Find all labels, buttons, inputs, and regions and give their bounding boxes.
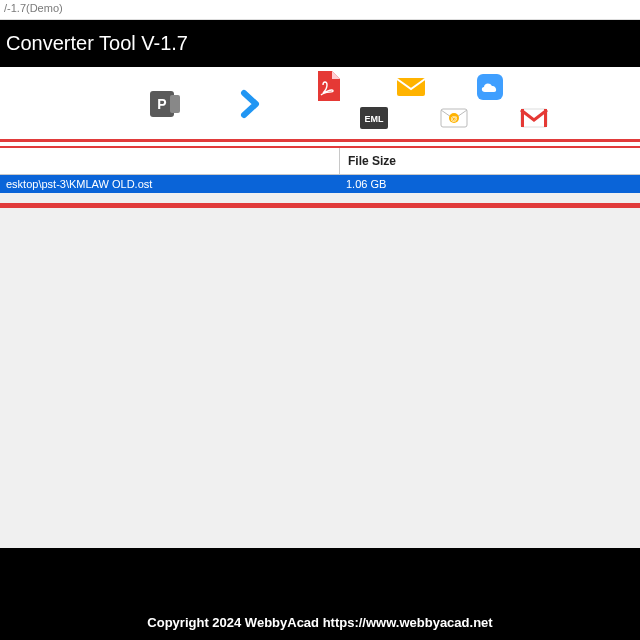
svg-rect-11 — [521, 109, 524, 127]
icloud-icon — [476, 73, 504, 101]
main-window: Converter Tool V-1.7 P — [0, 22, 640, 548]
yellow-envelope-icon: @ — [440, 107, 468, 129]
gmail-icon — [520, 107, 548, 129]
eml-icon: EML — [360, 107, 388, 129]
table-empty-area — [0, 208, 640, 548]
window-title-text: /-1.7(Demo) — [4, 2, 63, 14]
svg-text:P: P — [157, 96, 166, 112]
cell-file-path: esktop\pst-3\KMLAW OLD.ost — [0, 175, 340, 193]
svg-rect-12 — [544, 109, 547, 127]
table-header-row: File Size — [0, 148, 640, 175]
col-header-file-size[interactable]: File Size — [340, 148, 640, 174]
file-table: File Size esktop\pst-3\KMLAW OLD.ost 1.0… — [0, 148, 640, 548]
svg-rect-2 — [170, 95, 180, 113]
pst-icon: P — [148, 89, 182, 119]
svg-text:@: @ — [450, 115, 457, 122]
svg-rect-3 — [397, 78, 425, 96]
svg-text:EML: EML — [365, 114, 385, 124]
footer-copyright: Copyright 2024 WebbyAcad https://www.web… — [147, 615, 492, 630]
app-root: /-1.7(Demo) Converter Tool V-1.7 P — [0, 0, 640, 640]
col-header-path[interactable] — [0, 148, 340, 174]
cell-file-size: 1.06 GB — [340, 175, 640, 193]
conversion-banner: P — [0, 67, 640, 142]
app-header: Converter Tool V-1.7 — [0, 22, 640, 67]
mail-envelope-icon — [396, 75, 426, 97]
window-title-bar: /-1.7(Demo) — [0, 0, 640, 20]
pdf-icon — [316, 71, 340, 101]
app-title: Converter Tool V-1.7 — [6, 32, 188, 54]
arrow-right-icon — [236, 89, 266, 119]
footer-bar: Copyright 2024 WebbyAcad https://www.web… — [0, 607, 640, 640]
table-row[interactable]: esktop\pst-3\KMLAW OLD.ost 1.06 GB — [0, 175, 640, 193]
